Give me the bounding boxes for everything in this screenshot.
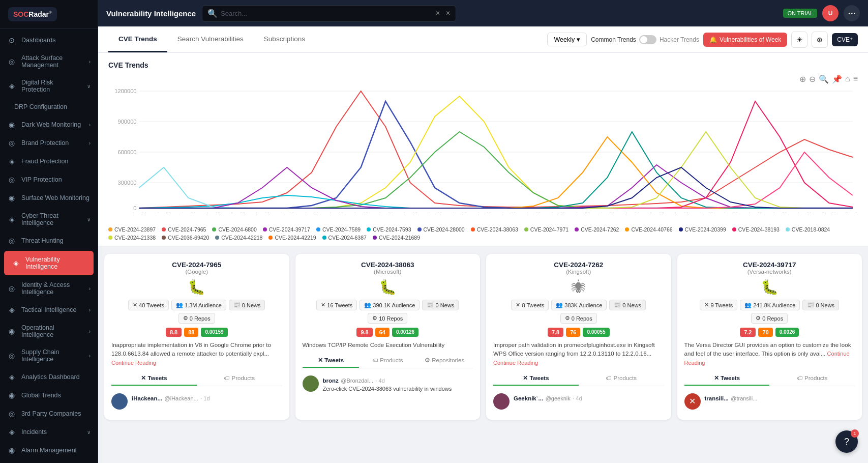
sidebar-item-global-trends[interactable]: ◉ Global Trends xyxy=(0,386,98,404)
digital-risk-icon: ◈ xyxy=(7,82,16,90)
legend-item: CVE-2024-23897 xyxy=(108,226,156,233)
fraud-icon: ◈ xyxy=(7,157,16,165)
card-tab-repos[interactable]: ⚙ Repositories xyxy=(416,354,473,368)
plus-circle-btn[interactable]: ⊕ xyxy=(812,32,828,48)
card-vendor: (Microsoft) xyxy=(303,269,473,275)
sidebar-item-label: Supply Chain Intelligence xyxy=(21,349,84,363)
card-tab-products[interactable]: 🏷 Products xyxy=(579,371,664,386)
cve-card-7965: CVE-2024-7965 (Google) 🐛 ✕ 40 Tweets 👥 1… xyxy=(104,254,289,420)
repos-badge: ⚙ 10 Repos xyxy=(368,313,407,324)
legend-dot xyxy=(108,227,112,232)
common-trends-toggle-group: Common Trends Hacker Trends xyxy=(591,35,699,44)
news-badge: 📰 0 News xyxy=(229,300,265,310)
sidebar-item-identity-access[interactable]: ◎ Identity & Access Intelligence › xyxy=(0,276,98,301)
vulnerabilities-of-week-btn[interactable]: 🔔 Vulnerabilities of Week xyxy=(703,33,787,47)
tab-search-vulns[interactable]: Search Vulnerabilities xyxy=(167,26,254,52)
zoom-out-icon[interactable]: ⊖ xyxy=(809,74,816,84)
supply-chain-icon: ◎ xyxy=(7,352,16,360)
sidebar-item-label: Cyber Threat Intelligence xyxy=(21,212,82,226)
score-badges: 7.8 76 0.00055 xyxy=(493,328,664,337)
tab-cve-trends[interactable]: CVE Trends xyxy=(108,26,167,52)
support-icon: ? xyxy=(844,437,849,447)
sidebar-item-tactical-intel[interactable]: ◈ Tactical Intelligence › xyxy=(0,301,98,319)
cvss-score: 7.2 xyxy=(740,328,756,337)
menu-icon[interactable]: ≡ xyxy=(853,74,858,84)
card-badges: ✕ 16 Tweets 👥 390.1K Audience 📰 0 News ⚙… xyxy=(303,300,473,324)
sidebar-item-incidents[interactable]: ◈ Incidents ∨ xyxy=(0,423,98,441)
sidebar-item-drp-config[interactable]: DRP Configuration xyxy=(0,98,98,115)
search-box: 🔍 ✕ ✕ xyxy=(202,5,456,22)
sidebar-item-3rd-party[interactable]: ◎ 3rd Party Companies xyxy=(0,404,98,423)
sidebar-item-surface-web[interactable]: ◉ Surface Web Monitoring xyxy=(0,189,98,207)
sidebar-item-label: Vulnerability Intelligence xyxy=(25,256,86,270)
brand-protection-icon: ◎ xyxy=(7,139,16,147)
svg-text:Aug 08: Aug 08 xyxy=(230,212,245,213)
user-menu[interactable]: ⋯ xyxy=(844,5,860,21)
toggle-knob xyxy=(640,36,647,43)
zoom-in-icon[interactable]: ⊕ xyxy=(799,74,806,84)
sidebar-item-vip-protection[interactable]: ◎ VIP Protection xyxy=(0,170,98,189)
sidebar-item-dashboards[interactable]: ⊙ Dashboards xyxy=(0,31,98,49)
sidebar-item-analytics[interactable]: ◈ Analytics Dashboard xyxy=(0,368,98,386)
svg-text:Aug 23: Aug 23 xyxy=(600,212,615,213)
legend-dot xyxy=(212,227,216,232)
legend-label: CVE-2024-21338 xyxy=(114,235,156,241)
sidebar-item-threat-hunting[interactable]: ◎ Threat Hunting xyxy=(0,232,98,250)
kev-score: 0.00055 xyxy=(583,328,609,337)
cyber-threat-icon: ◈ xyxy=(7,215,16,223)
cve-plus-btn[interactable]: CVE⁺ xyxy=(832,33,858,46)
sidebar-item-dark-web[interactable]: ◉ Dark Web Monitoring › xyxy=(0,115,98,134)
sidebar-item-supply-chain[interactable]: ◎ Supply Chain Intelligence › xyxy=(0,343,98,368)
card-tab-tweets[interactable]: ✕ Tweets xyxy=(493,371,579,386)
weekly-filter-btn[interactable]: Weekly ▾ xyxy=(547,33,587,46)
legend-label: CVE-2024-42219 xyxy=(275,235,316,241)
cvss-score: 9.8 xyxy=(356,328,372,337)
hacker-trends-label: Hacker Trends xyxy=(660,36,699,43)
card-tab-tweets[interactable]: ✕ Tweets xyxy=(303,354,360,368)
kev-score: 0.0026 xyxy=(775,328,799,337)
sidebar-item-label: VIP Protection xyxy=(21,176,91,183)
sidebar-item-attack-surface[interactable]: ◎ Attack Surface Management › xyxy=(0,49,98,74)
sidebar-item-operational-intel[interactable]: ◉ Operational Intelligence › xyxy=(0,319,98,343)
search-close-icon[interactable]: ✕ xyxy=(445,10,451,17)
epss-score: 88 xyxy=(184,328,198,337)
svg-text:Aug 20: Aug 20 xyxy=(526,212,541,213)
card-tabs: ✕ Tweets 🏷 Products xyxy=(111,371,282,386)
card-tab-tweets[interactable]: ✕ Tweets xyxy=(111,371,197,386)
sidebar-item-cyber-threat[interactable]: ◈ Cyber Threat Intelligence ∨ xyxy=(0,207,98,232)
sidebar-item-vuln-intel[interactable]: ◈ Vulnerability Intelligence xyxy=(4,251,94,275)
search-clear-icon[interactable]: ✕ xyxy=(435,10,440,17)
sidebar-item-alarm-mgmt[interactable]: ◉ Alarm Management xyxy=(0,441,98,459)
card-tab-products[interactable]: 🏷 Products xyxy=(769,371,855,386)
svg-text:Aug 14: Aug 14 xyxy=(378,212,393,213)
cve-card-39717: CVE-2024-39717 (Versa-networks) 🐛 ✕ 9 Tw… xyxy=(677,254,862,420)
pin-icon[interactable]: 📌 xyxy=(832,74,842,84)
sidebar-item-digital-risk[interactable]: ◈ Digital Risk Protection ∨ xyxy=(0,74,98,98)
magnify-icon[interactable]: 🔍 xyxy=(819,74,829,84)
legend-label: CVE-2024-7971 xyxy=(530,226,568,233)
card-tab-tweets[interactable]: ✕ Tweets xyxy=(684,371,770,386)
support-button[interactable]: ? 1 xyxy=(835,430,858,453)
sidebar-item-fraud-protection[interactable]: ◈ Fraud Protection xyxy=(0,152,98,170)
tab-controls: Weekly ▾ Common Trends Hacker Trends 🔔 V… xyxy=(547,32,858,48)
repos-badge: ⚙ 0 Repos xyxy=(560,313,597,324)
search-input[interactable] xyxy=(221,6,432,21)
logo-area: SOCRadar® xyxy=(0,0,98,29)
sun-icon-btn[interactable]: ☀ xyxy=(791,32,807,48)
common-trends-toggle[interactable] xyxy=(639,35,656,44)
continue-reading-link[interactable]: Continue Reading xyxy=(111,360,156,366)
continue-reading-link[interactable]: Continue Reading xyxy=(493,360,538,366)
tab-subscriptions[interactable]: Subscriptions xyxy=(254,26,315,52)
card-tabs: ✕ Tweets 🏷 Products ⚙ Repositories xyxy=(303,354,473,368)
third-party-icon: ◎ xyxy=(7,410,16,418)
legend-dot xyxy=(108,236,112,240)
legend-dot xyxy=(625,227,629,232)
card-cve-title: CVE-2024-7965 xyxy=(111,261,282,269)
home-icon[interactable]: ⌂ xyxy=(845,74,850,84)
sidebar-item-brand-protection[interactable]: ◎ Brand Protection › xyxy=(0,134,98,152)
sidebar-item-label: Fraud Protection xyxy=(21,158,91,165)
card-tab-products[interactable]: 🏷 Products xyxy=(197,371,282,386)
card-tab-products[interactable]: 🏷 Products xyxy=(359,354,416,368)
legend-dot xyxy=(471,227,475,232)
vulnerability-icon: 🐛 xyxy=(761,279,779,296)
